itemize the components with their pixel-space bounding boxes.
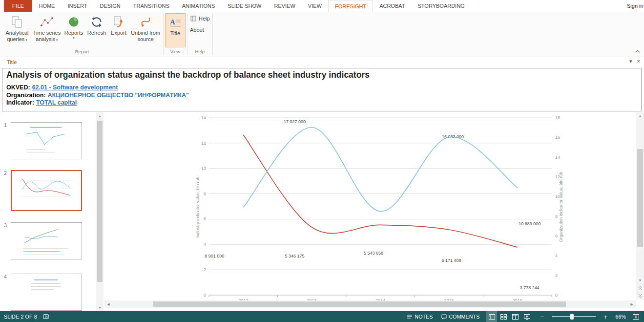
file-tab[interactable]: FILE <box>4 0 32 12</box>
export-button[interactable]: Export <box>108 13 129 47</box>
svg-text:4: 4 <box>555 253 558 258</box>
slide-number: 2 <box>0 170 11 211</box>
reading-view-icon <box>512 314 519 320</box>
comments-button[interactable]: COMMENTS <box>440 311 481 322</box>
tab-foresight[interactable]: FORESIGHT <box>328 0 373 12</box>
title-toggle-button[interactable]: A Title <box>165 13 186 47</box>
previous-slide-button[interactable] <box>636 284 644 292</box>
slide-chart[interactable]: 0246810121402468101214161820122013201420… <box>195 116 566 308</box>
tab-acrobat[interactable]: ACROBAT <box>373 0 411 12</box>
tab-transitions[interactable]: TRANSITIONS <box>127 0 176 12</box>
scrollbar-thumb[interactable] <box>153 301 566 307</box>
slide-thumbnail-3[interactable]: 3 <box>0 222 96 259</box>
notes-button[interactable]: NOTES <box>406 311 434 322</box>
view-reading-button[interactable] <box>510 311 520 322</box>
slide-thumbnails-panel: 1 2 3 4 <box>0 112 96 311</box>
notes-icon <box>407 314 413 319</box>
thumbnail-preview <box>12 171 81 210</box>
tab-storyboarding[interactable]: STORYBOARDING <box>412 0 471 12</box>
svg-text:5 543 658: 5 543 658 <box>364 251 383 256</box>
svg-text:14: 14 <box>555 155 560 160</box>
time-series-analysis-button[interactable]: Time series analysis▾ <box>32 13 62 47</box>
about-button[interactable]: About <box>187 25 207 35</box>
slide-thumbnail-4[interactable]: 4 <box>0 274 96 311</box>
panel-close-button[interactable]: × <box>637 58 640 64</box>
scrollbar-track[interactable] <box>96 120 104 304</box>
organization-label: Organization: <box>6 92 46 99</box>
svg-text:4: 4 <box>204 242 206 247</box>
svg-text:10: 10 <box>201 166 206 171</box>
scrollbar-thumb[interactable] <box>637 149 643 247</box>
indicator-link[interactable]: TOTAL capital <box>36 99 77 106</box>
slide-canvas[interactable]: 0246810121402468101214161820122013201420… <box>104 112 644 311</box>
next-slide-button[interactable] <box>636 292 644 300</box>
slide-number: 3 <box>0 222 11 259</box>
scrollbar-thumb[interactable] <box>97 121 103 282</box>
slide-number: 1 <box>0 122 11 159</box>
scroll-up-arrow-icon[interactable]: ▲ <box>636 112 644 120</box>
slide-thumbnail-2[interactable]: 2 <box>0 170 96 211</box>
fit-window-button[interactable] <box>632 311 640 322</box>
fit-to-window-icon <box>633 314 639 320</box>
panel-menu-chevron-icon[interactable]: ▾ <box>629 58 632 64</box>
svg-text:0: 0 <box>204 293 206 298</box>
tab-design[interactable]: DESIGN <box>94 0 127 12</box>
analytical-queries-button[interactable]: Analytical queries▾ <box>2 13 32 47</box>
thumbnails-scrollbar[interactable]: ▲ ▼ <box>96 112 104 311</box>
okved-row: OKVED:62.01 - Software development <box>6 84 637 92</box>
spell-check-icon <box>43 314 49 320</box>
scrollbar-track[interactable] <box>112 301 628 308</box>
group-separator <box>212 14 213 55</box>
tab-home[interactable]: HOME <box>32 0 61 12</box>
zoom-slider[interactable] <box>552 316 596 317</box>
collapse-ribbon-button[interactable] <box>635 46 640 55</box>
slide-sorter-icon <box>500 314 507 320</box>
svg-text:2: 2 <box>555 273 558 278</box>
organization-link[interactable]: АКЦИОНЕРНОЕ ОБЩЕСТВО "ИНФОРМАТИКА" <box>48 92 189 99</box>
tab-review[interactable]: REVIEW <box>268 0 301 12</box>
scroll-down-arrow-icon[interactable]: ▼ <box>96 304 104 311</box>
zoom-slider-thumb[interactable] <box>570 314 574 320</box>
tab-animations[interactable]: ANIMATIONS <box>176 0 222 12</box>
reports-button[interactable]: Reports ▾ <box>62 13 85 47</box>
refresh-icon <box>91 15 103 29</box>
thumbnail-preview <box>11 123 81 159</box>
svg-text:Industry indicator value, bln: Industry indicator value, bln rub. <box>195 175 200 238</box>
slide-thumbnail-1[interactable]: 1 <box>0 122 96 159</box>
zoom-minus-icon: − <box>539 313 545 321</box>
report-title-box: Analysis of organization status against … <box>2 68 642 111</box>
svg-text:A: A <box>170 18 175 26</box>
scroll-right-arrow-icon[interactable]: ▶ <box>628 301 636 308</box>
svg-text:12: 12 <box>201 141 206 146</box>
ribbon-group-view: A Title View <box>164 12 187 57</box>
okved-link[interactable]: 62.01 - Software development <box>32 84 118 91</box>
indicator-label: Indicator: <box>6 99 34 106</box>
svg-text:16 033 000: 16 033 000 <box>442 134 464 139</box>
zoom-out-button[interactable]: − <box>538 311 546 322</box>
organization-row: Organization:АКЦИОНЕРНОЕ ОБЩЕСТВО "ИНФОР… <box>6 92 637 100</box>
spell-check-button[interactable] <box>42 311 50 322</box>
canvas-horizontal-scrollbar[interactable]: ◀ ▶ <box>104 301 636 308</box>
canvas-vertical-scrollbar[interactable]: ▲ ▼ <box>636 112 644 300</box>
tab-insert[interactable]: INSERT <box>61 0 93 12</box>
tab-slide-show[interactable]: SLIDE SHOW <box>221 0 268 12</box>
scroll-down-arrow-icon[interactable]: ▼ <box>636 277 644 284</box>
refresh-button[interactable]: Refresh <box>85 13 108 47</box>
scrollbar-track[interactable] <box>636 120 644 277</box>
ribbon-tab-bar: FILE HOME INSERT DESIGN TRANSITIONS ANIM… <box>0 0 644 12</box>
zoom-percent-button[interactable]: 66% <box>615 314 626 320</box>
view-slide-sorter-button[interactable] <box>498 311 509 322</box>
view-slideshow-button[interactable] <box>521 311 532 322</box>
tab-view[interactable]: VIEW <box>302 0 328 12</box>
zoom-in-button[interactable]: + <box>602 311 609 322</box>
svg-text:8: 8 <box>204 192 206 196</box>
scroll-up-arrow-icon[interactable]: ▲ <box>96 112 104 120</box>
view-normal-button[interactable] <box>486 311 497 322</box>
unbind-from-source-button[interactable]: Unbind from source <box>129 13 162 47</box>
help-button[interactable]: Help <box>187 14 212 23</box>
svg-text:3 778 244: 3 778 244 <box>520 285 540 290</box>
scroll-left-arrow-icon[interactable]: ◀ <box>104 301 112 308</box>
report-heading: Analysis of organization status against … <box>6 69 637 80</box>
zoom-plus-icon: + <box>602 313 608 321</box>
sign-in-button[interactable]: Sign in <box>627 0 644 12</box>
